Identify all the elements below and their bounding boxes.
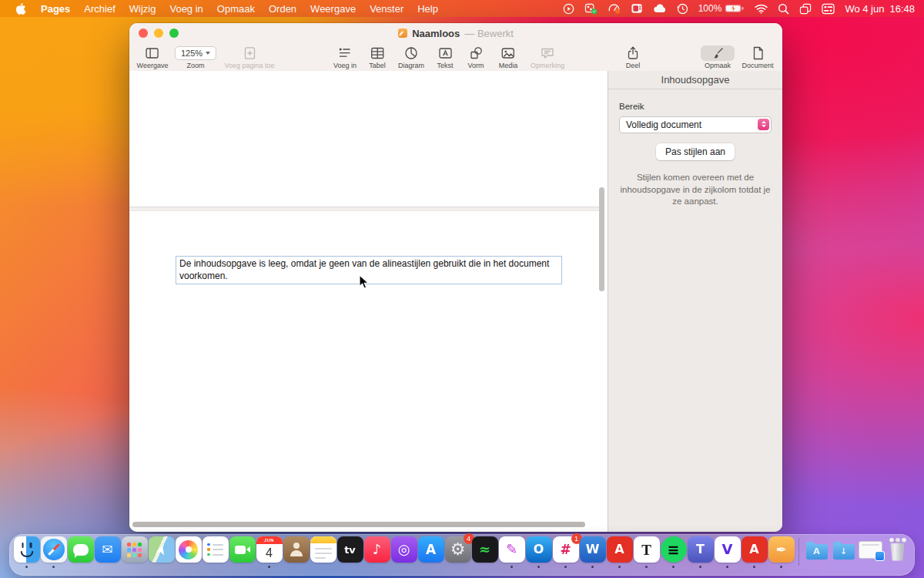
dock-reminders[interactable]	[203, 536, 229, 568]
dock-maps[interactable]	[149, 536, 175, 568]
dock-contacts[interactable]	[283, 536, 310, 568]
document-edited-state: — Bewerkt	[464, 28, 514, 39]
layers-icon[interactable]	[799, 3, 812, 15]
menu-wijzig[interactable]: Wijzig	[122, 3, 163, 15]
running-indicator	[780, 566, 782, 568]
running-indicator	[645, 566, 648, 568]
menu-pages[interactable]: Pages	[34, 3, 77, 15]
toolbar-document[interactable]: Document	[742, 45, 773, 69]
dock-trash[interactable]	[885, 536, 911, 568]
menu-venster[interactable]: Venster	[363, 3, 410, 15]
toolbar-vorm[interactable]: Vorm	[467, 45, 484, 69]
toolbar-tabel[interactable]: Tabel	[369, 45, 386, 69]
menu-bar-clock[interactable]: Wo 4 jun 16:48	[845, 3, 915, 15]
dock-teams[interactable]: T	[688, 536, 714, 568]
time-machine-icon[interactable]	[677, 3, 688, 15]
dock-outlook[interactable]: O	[526, 536, 552, 568]
dock-notes[interactable]	[310, 536, 336, 568]
toc-placeholder-textbox[interactable]: De inhoudsopgave is leeg, omdat je geen …	[176, 256, 562, 284]
range-label: Bereik	[619, 102, 772, 111]
toolbar-weergave[interactable]: Weergave	[137, 45, 169, 69]
toolbar-voeg-in[interactable]: Voeg in	[333, 45, 357, 69]
running-indicator	[753, 566, 755, 568]
spotlight-search-icon[interactable]	[778, 3, 789, 15]
toolbar-voeg-pagina-toe[interactable]: Voeg pagina toe	[224, 45, 274, 69]
toolbar-opmerking[interactable]: Opmerking	[531, 45, 564, 69]
range-select[interactable]: Volledig document	[619, 116, 772, 133]
page-break	[129, 207, 601, 211]
apple-menu[interactable]	[8, 2, 34, 15]
toolbar: Weergave 125% Zoom Voeg pagina toe Voeg …	[129, 43, 782, 72]
vertical-scrollbar[interactable]	[599, 187, 604, 291]
dock-activity-monitor[interactable]: ≈	[472, 536, 498, 568]
shapes-icon	[468, 45, 484, 61]
menu-opmaak[interactable]: Opmaak	[210, 3, 262, 15]
menu-help[interactable]: Help	[410, 3, 445, 15]
horizontal-scrollbar[interactable]	[132, 522, 585, 527]
apply-styles-button[interactable]: Pas stijlen aan	[656, 143, 735, 160]
dock-pixelmator[interactable]: ✎	[499, 536, 525, 568]
zoom-dropdown[interactable]: 125%	[175, 46, 216, 60]
dock-applications-folder[interactable]: A	[804, 536, 830, 568]
wifi-icon[interactable]	[755, 4, 768, 14]
dock-messages[interactable]	[68, 536, 94, 568]
format-sidebar: Inhoudsopgave Bereik Volledig document P…	[608, 71, 782, 532]
dock-text-editor[interactable]: T	[634, 536, 660, 568]
dock-launchpad[interactable]	[122, 536, 148, 568]
dock: ✉JUN4tv♪◎A⚙4≈✎O#1WAT≡TVA✒A↓	[9, 534, 915, 576]
dock-apple-tv[interactable]: tv	[337, 536, 363, 568]
toolbar-media[interactable]: Media	[499, 45, 518, 69]
table-icon	[370, 45, 385, 61]
play-circle-icon[interactable]	[563, 3, 574, 15]
cloud-icon[interactable]	[653, 3, 667, 14]
dock-calendar[interactable]: JUN4	[256, 536, 283, 568]
toolbar-tekst[interactable]: Tekst	[437, 45, 453, 69]
battery-charging-icon	[725, 4, 745, 13]
gauge-icon[interactable]	[608, 2, 621, 15]
dock-acrobat[interactable]: A	[607, 536, 633, 568]
toolbar-opmaak[interactable]: Opmaak	[701, 45, 735, 69]
document-proxy-icon[interactable]	[398, 29, 407, 38]
insert-icon	[337, 45, 353, 61]
dock-mail[interactable]: ✉	[95, 536, 121, 568]
battery-status[interactable]: 100%	[698, 3, 745, 14]
window-title: Naamloos — Bewerkt	[129, 23, 782, 43]
toolbar-diagram[interactable]: Diagram	[398, 45, 424, 69]
menu-voeg-in[interactable]: Voeg in	[162, 3, 209, 15]
menu-bar-left: PagesArchiefWijzigVoeg inOpmaakOrdenWeer…	[0, 2, 445, 15]
dock-separator	[798, 538, 799, 566]
document-canvas[interactable]: De inhoudsopgave is leeg, omdat je geen …	[129, 71, 608, 532]
dock-finder[interactable]	[14, 536, 40, 568]
running-indicator	[672, 566, 675, 568]
dock-pages[interactable]: ✒	[768, 536, 795, 568]
running-indicator	[25, 566, 28, 568]
media-image-icon	[500, 45, 516, 61]
dock-facetime[interactable]	[229, 536, 256, 568]
control-center-icon[interactable]	[822, 3, 835, 15]
document-icon	[750, 45, 765, 61]
dock-slack[interactable]: #1	[553, 536, 579, 568]
dock-v-app[interactable]: V	[715, 536, 741, 568]
dock-podcasts[interactable]: ◎	[391, 536, 417, 568]
screen-capture-icon[interactable]	[631, 2, 643, 15]
dock-word[interactable]: W	[580, 536, 606, 568]
calendar-month: JUN	[256, 536, 283, 544]
dock-system-settings[interactable]: ⚙4	[445, 536, 471, 568]
toolbar-deel[interactable]: Deel	[625, 45, 641, 69]
dock-photos[interactable]	[176, 536, 202, 568]
app-blocks-icon[interactable]	[584, 2, 598, 15]
dock-downloads-folder[interactable]: ↓	[831, 536, 857, 568]
menu-orden[interactable]: Orden	[262, 3, 303, 15]
menu-weergave[interactable]: Weergave	[303, 3, 363, 15]
dock-spotify[interactable]: ≡	[661, 536, 687, 568]
title-bar[interactable]: Naamloos — Bewerkt	[129, 23, 782, 43]
dock-minimized-window[interactable]	[858, 536, 884, 568]
dock-music[interactable]: ♪	[364, 536, 390, 568]
toolbar-zoom[interactable]: 125% Zoom	[175, 45, 216, 69]
sidebar-caption: Stijlen komen overeen met de inhoudsopga…	[620, 172, 771, 208]
menu-archief[interactable]: Archief	[77, 3, 122, 15]
dock-acrobat-2[interactable]: A	[742, 536, 768, 568]
view-sidebar-icon	[145, 45, 160, 61]
dock-app-store[interactable]: A	[418, 536, 444, 568]
dock-safari[interactable]	[41, 536, 67, 568]
